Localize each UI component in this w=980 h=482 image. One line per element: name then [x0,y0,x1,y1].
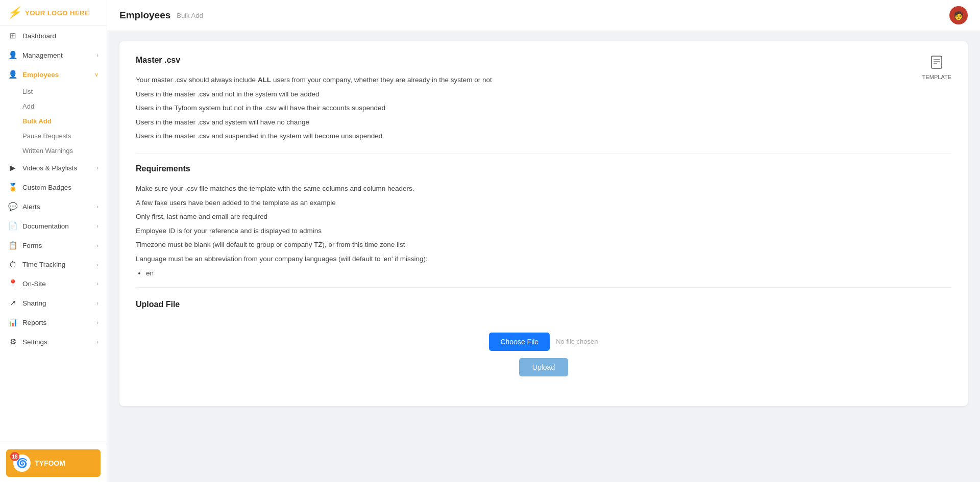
sidebar-item-settings[interactable]: ⚙ Settings › [0,332,107,351]
req-6: Language must be an abbreviation from yo… [136,252,951,266]
sidebar-item-label: Forms [22,242,42,249]
req-4: Employee ID is for your reference and is… [136,224,951,238]
sidebar-item-label: Alerts [22,203,40,211]
content-area: TEMPLATE Master .csv Your master .csv sh… [107,31,980,482]
documentation-icon: 📄 [8,221,17,231]
sidebar-item-label: Custom Badges [22,184,71,191]
time-tracking-icon: ⏱ [8,260,17,269]
sidebar-item-label: Employees [22,71,59,79]
chevron-right-icon: › [96,165,99,171]
tyfoom-label: TYFOOM [35,459,65,467]
csv-info-2: Users in the master .csv and not in the … [136,87,951,102]
requirements-list: Make sure your .csv file matches the tem… [136,182,951,266]
on-site-icon: 📍 [8,279,17,288]
reports-icon: 📊 [8,318,17,327]
req-1: Make sure your .csv file matches the tem… [136,182,951,196]
upload-button[interactable]: Upload [519,358,568,376]
subnav-list[interactable]: List [22,84,107,99]
chevron-right-icon: › [96,223,99,229]
logo-icon: ⚡ [7,6,21,19]
csv-info-4: Users in the master .csv and system will… [136,115,951,130]
sidebar-item-dashboard[interactable]: ⊞ Dashboard [0,26,107,45]
custom-badges-icon: 🏅 [8,183,17,192]
page-title-area: Employees Bulk Add [119,10,203,21]
page-subtitle: Bulk Add [177,12,203,19]
main-card: TEMPLATE Master .csv Your master .csv sh… [119,41,968,406]
main-content: Employees Bulk Add 🧑 TEMPLATE [107,0,980,482]
no-file-text: No file chosen [556,338,598,345]
choose-file-button[interactable]: Choose File [489,333,550,351]
sidebar-item-label: On-Site [22,280,46,288]
alerts-icon: 💬 [8,202,17,211]
forms-icon: 📋 [8,241,17,250]
chevron-right-icon: › [96,262,99,268]
upload-section: Upload File Choose File No file chosen U… [136,300,951,392]
sidebar-item-custom-badges[interactable]: 🏅 Custom Badges [0,177,107,197]
settings-icon: ⚙ [8,337,17,346]
tyfoom-button[interactable]: 🌀 18 TYFOOM [6,449,101,477]
requirements-title: Requirements [136,164,951,173]
language-list: en [136,269,951,277]
sidebar-item-label: Dashboard [22,32,56,40]
sidebar-bottom: 🌀 18 TYFOOM [0,444,107,482]
sidebar-item-label: Videos & Playlists [22,164,77,172]
chevron-right-icon: › [96,281,99,287]
sidebar: ⚡ YOUR LOGO HERE ⊞ Dashboard 👤 Managemen… [0,0,107,482]
upload-controls: Choose File No file chosen Upload [136,317,951,392]
sidebar-item-on-site[interactable]: 📍 On-Site › [0,274,107,293]
divider-1 [136,154,951,154]
csv-info-1: Your master .csv should always include A… [136,73,951,87]
sidebar-item-sharing[interactable]: ↗ Sharing › [0,293,107,313]
sidebar-item-time-tracking[interactable]: ⏱ Time Tracking › [0,255,107,274]
sidebar-item-videos[interactable]: ▶ Videos & Playlists › [0,158,107,177]
chevron-right-icon: › [96,204,99,210]
csv-info-3: Users in the Tyfoom system but not in th… [136,101,951,115]
chevron-right-icon: › [96,242,99,248]
sidebar-item-label: Time Tracking [22,261,65,268]
sidebar-item-label: Documentation [22,222,69,230]
avatar[interactable]: 🧑 [949,6,968,24]
divider-2 [136,287,951,288]
chevron-right-icon: › [96,300,99,306]
requirements-section: Requirements Make sure your .csv file ma… [136,164,951,277]
req-5: Timezone must be blank (will default to … [136,238,951,252]
master-csv-section: Master .csv Your master .csv should alwa… [136,56,951,143]
chevron-down-icon: ∨ [94,71,99,78]
logo-area[interactable]: ⚡ YOUR LOGO HERE [0,0,107,26]
template-label: TEMPLATE [922,74,951,80]
sidebar-item-documentation[interactable]: 📄 Documentation › [0,216,107,236]
subnav-written-warnings[interactable]: Written Warnings [22,143,107,158]
upload-title: Upload File [136,300,951,309]
master-csv-list: Your master .csv should always include A… [136,73,951,143]
sidebar-item-reports[interactable]: 📊 Reports › [0,313,107,332]
sidebar-item-label: Sharing [22,299,46,307]
sharing-icon: ↗ [8,298,17,308]
language-bullet: en [146,269,951,277]
chevron-right-icon: › [96,319,99,325]
videos-icon: ▶ [8,163,17,172]
page-title: Employees [119,10,170,21]
dashboard-icon: ⊞ [8,31,17,40]
subnav-pause-requests[interactable]: Pause Requests [22,129,107,143]
subnav-bulk-add[interactable]: Bulk Add [22,114,107,129]
master-csv-title: Master .csv [136,56,951,65]
top-bar: Employees Bulk Add 🧑 [107,0,980,31]
chevron-right-icon: › [96,339,99,345]
sidebar-item-alerts[interactable]: 💬 Alerts › [0,197,107,216]
req-2: A few fake users have been added to the … [136,196,951,210]
chevron-right-icon: › [96,52,99,58]
sidebar-item-label: Reports [22,319,46,326]
employees-icon: 👤 [8,70,17,79]
tyfoom-badge: 18 [10,452,19,461]
management-icon: 👤 [8,50,17,60]
file-input-row: Choose File No file chosen [489,333,598,351]
sidebar-item-label: Management [22,52,63,59]
subnav-add[interactable]: Add [22,99,107,114]
req-3: Only first, last name and email are requ… [136,210,951,224]
logo-text: YOUR LOGO HERE [25,9,89,17]
sidebar-item-forms[interactable]: 📋 Forms › [0,236,107,255]
csv-info-5: Users in the master .csv and suspended i… [136,129,951,143]
sidebar-item-management[interactable]: 👤 Management › [0,45,107,65]
sidebar-item-employees[interactable]: 👤 Employees ∨ [0,65,107,84]
sidebar-item-label: Settings [22,338,47,346]
